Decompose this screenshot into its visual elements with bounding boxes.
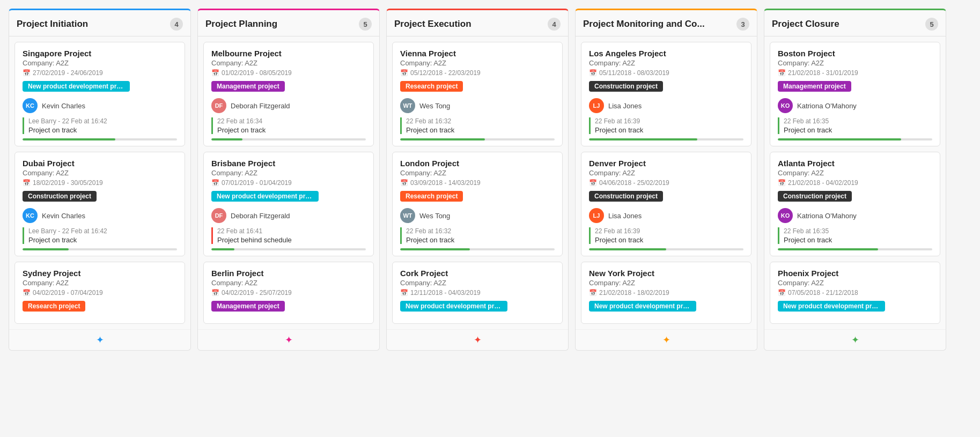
assignee-name: Wes Tong (419, 102, 450, 110)
card-date: 📅 18/02/2019 - 30/05/2019 (23, 179, 177, 187)
card-company: Company: A2Z (23, 59, 177, 67)
status-section: 22 Feb at 16:35 Project on track (778, 117, 932, 134)
card[interactable]: Los Angeles Project Company: A2Z 📅 05/11… (581, 42, 751, 146)
progress-bar-fill (400, 138, 485, 140)
calendar-icon: 📅 (400, 289, 408, 297)
card[interactable]: Phoenix Project Company: A2Z 📅 07/05/201… (770, 262, 940, 324)
card-tag: New product development pro... (211, 191, 319, 202)
card[interactable]: Atlanta Project Company: A2Z 📅 21/02/201… (770, 152, 940, 256)
card[interactable]: Boston Project Company: A2Z 📅 21/02/2018… (770, 42, 940, 146)
avatar-row: KO Katriona O'Mahony (778, 98, 932, 113)
card[interactable]: Melbourne Project Company: A2Z 📅 01/02/2… (203, 42, 374, 146)
add-card-icon[interactable]: ✦ (662, 334, 670, 346)
card-date: 📅 01/02/2019 - 08/05/2019 (211, 69, 366, 77)
assignee-name: Katriona O'Mahony (797, 212, 857, 220)
avatar-row: WT Wes Tong (400, 98, 555, 113)
card[interactable]: Singapore Project Company: A2Z 📅 27/02/2… (14, 42, 185, 146)
avatar: WT (400, 98, 415, 113)
card[interactable]: Brisbane Project Company: A2Z 📅 07/01/20… (203, 152, 374, 256)
progress-bar-fill (589, 138, 697, 140)
avatar-row: LJ Lisa Jones (589, 208, 743, 223)
progress-bar-bg (211, 138, 366, 140)
progress-bar-bg (589, 138, 743, 140)
card-title: London Project (400, 159, 555, 168)
card-company: Company: A2Z (211, 169, 366, 177)
card-tag: New product development pro... (778, 301, 885, 312)
progress-bar-fill (23, 138, 115, 140)
status-section: 22 Feb at 16:35 Project on track (778, 227, 932, 244)
add-card-icon[interactable]: ✦ (285, 334, 293, 346)
card[interactable]: Sydney Project Company: A2Z 📅 04/02/2019… (14, 262, 185, 324)
status-date: 22 Feb at 16:32 (406, 117, 555, 125)
status-section: 22 Feb at 16:34 Project on track (211, 117, 366, 134)
progress-bar-bg (211, 248, 366, 250)
card-company: Company: A2Z (400, 169, 555, 177)
calendar-icon: 📅 (778, 69, 786, 77)
status-date: 22 Feb at 16:39 (595, 117, 743, 125)
column-title: Project Closure (772, 19, 839, 29)
avatar: DF (211, 98, 226, 113)
column-body[interactable]: Vienna Project Company: A2Z 📅 05/12/2018… (387, 36, 568, 329)
card[interactable]: London Project Company: A2Z 📅 03/09/2018… (392, 152, 563, 256)
assignee-name: Katriona O'Mahony (797, 102, 857, 110)
column-footer: ✦ (576, 329, 757, 350)
progress-bar-bg (778, 248, 932, 250)
status-text: Project behind schedule (217, 236, 366, 244)
assignee-name: Deborah Fitzgerald (231, 102, 290, 110)
column-body[interactable]: Melbourne Project Company: A2Z 📅 01/02/2… (198, 36, 379, 329)
add-card-icon[interactable]: ✦ (851, 334, 859, 346)
card-tag: New product development pro... (400, 301, 507, 312)
card[interactable]: Dubai Project Company: A2Z 📅 18/02/2019 … (14, 152, 185, 256)
column-header: Project Initiation 4 (9, 10, 190, 36)
card[interactable]: Vienna Project Company: A2Z 📅 05/12/2018… (392, 42, 563, 146)
avatar: WT (400, 208, 415, 223)
card-company: Company: A2Z (589, 279, 743, 287)
card[interactable]: Denver Project Company: A2Z 📅 04/06/2018… (581, 152, 751, 256)
status-text: Project on track (217, 126, 366, 134)
progress-bar-fill (211, 138, 242, 140)
card[interactable]: Cork Project Company: A2Z 📅 12/11/2018 -… (392, 262, 563, 324)
assignee-name: Kevin Charles (42, 212, 85, 220)
column-monitoring: Project Monitoring and Co... 3 Los Angel… (575, 9, 757, 351)
column-count: 3 (736, 18, 749, 31)
card-title: Sydney Project (23, 269, 177, 278)
progress-bar-bg (400, 138, 555, 140)
card-date: 📅 21/02/2018 - 04/02/2019 (778, 179, 932, 187)
progress-bar-bg (23, 248, 177, 250)
card[interactable]: New York Project Company: A2Z 📅 21/02/20… (581, 262, 751, 324)
column-planning: Project Planning 5 Melbourne Project Com… (197, 9, 380, 351)
card-company: Company: A2Z (589, 59, 743, 67)
status-section: Lee Barry - 22 Feb at 16:42 Project on t… (23, 227, 177, 244)
avatar-row: KC Kevin Charles (23, 208, 177, 223)
card-tag: Research project (400, 81, 463, 92)
avatar-row: KO Katriona O'Mahony (778, 208, 932, 223)
column-body[interactable]: Los Angeles Project Company: A2Z 📅 05/11… (576, 36, 757, 329)
column-title: Project Planning (205, 19, 277, 29)
column-title: Project Monitoring and Co... (583, 19, 705, 29)
avatar-row: DF Deborah Fitzgerald (211, 208, 366, 223)
add-card-icon[interactable]: ✦ (96, 334, 104, 346)
progress-bar-fill (400, 248, 470, 250)
card-tag: Management project (211, 301, 285, 312)
card-title: Los Angeles Project (589, 49, 743, 58)
avatar: DF (211, 208, 226, 223)
column-header: Project Closure 5 (764, 10, 946, 36)
column-footer: ✦ (9, 329, 190, 350)
calendar-icon: 📅 (589, 289, 597, 297)
card[interactable]: Berlin Project Company: A2Z 📅 04/02/2019… (203, 262, 374, 324)
status-text: Project on track (595, 126, 743, 134)
assignee-name: Deborah Fitzgerald (231, 212, 290, 220)
avatar-row: KC Kevin Charles (23, 98, 177, 113)
add-card-icon[interactable]: ✦ (474, 334, 482, 346)
card-tag: Management project (778, 81, 851, 92)
card-title: Denver Project (589, 159, 743, 168)
progress-bar-fill (589, 248, 666, 250)
status-section: 22 Feb at 16:32 Project on track (400, 227, 555, 244)
column-body[interactable]: Boston Project Company: A2Z 📅 21/02/2018… (764, 36, 946, 329)
column-body[interactable]: Singapore Project Company: A2Z 📅 27/02/2… (9, 36, 190, 329)
card-date: 📅 05/12/2018 - 22/03/2019 (400, 69, 555, 77)
avatar: KC (23, 98, 38, 113)
progress-bar-fill (211, 248, 234, 250)
card-tag: Management project (211, 81, 285, 92)
column-count: 4 (170, 18, 183, 31)
